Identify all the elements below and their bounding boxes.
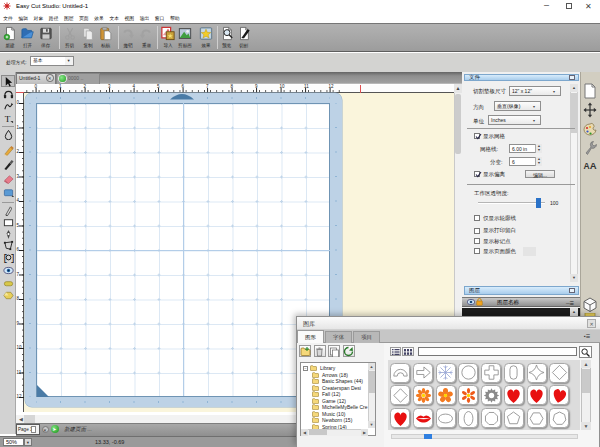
svg-text:]: ] (9, 253, 13, 263)
svg-text:T: T (4, 114, 10, 124)
svg-text:A: A (584, 161, 590, 171)
svg-text:A: A (590, 160, 597, 171)
svg-text:[: [ (3, 253, 8, 263)
